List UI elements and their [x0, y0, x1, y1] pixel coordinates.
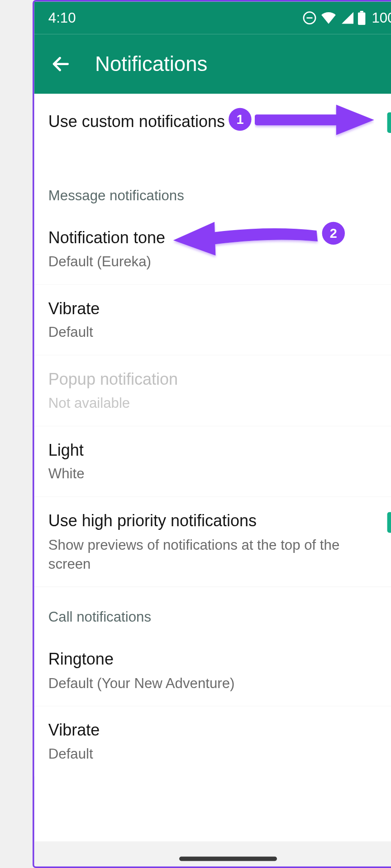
row-light[interactable]: Light White — [34, 426, 391, 497]
row-subtitle: Default (Your New Adventure) — [48, 674, 391, 693]
row-title: Vibrate — [48, 719, 391, 741]
row-use-custom-notifications[interactable]: Use custom notifications — [34, 94, 391, 165]
back-button[interactable] — [47, 51, 74, 78]
status-time: 4:10 — [48, 9, 76, 26]
nav-bar-area — [34, 841, 391, 866]
section-call-notifications: Call notifications — [34, 587, 391, 635]
row-notification-tone[interactable]: Notification tone Default (Eureka) — [34, 214, 391, 285]
row-title: Use high priority notifications — [48, 510, 377, 532]
svg-rect-2 — [358, 13, 365, 25]
use-custom-notifications-checkbox[interactable] — [387, 112, 391, 133]
arrow-left-icon — [51, 54, 72, 75]
app-bar: Notifications — [34, 34, 391, 94]
row-popup-notification: Popup notification Not available — [34, 355, 391, 426]
row-high-priority[interactable]: Use high priority notifications Show pre… — [34, 497, 391, 587]
gesture-nav-handle[interactable] — [179, 857, 277, 861]
device-frame: 4:10 100% Notifications — [33, 0, 391, 868]
battery-icon — [358, 11, 365, 25]
row-subtitle: Not available — [48, 394, 391, 413]
high-priority-checkbox[interactable] — [387, 512, 391, 533]
section-message-notifications: Message notifications — [34, 165, 391, 214]
row-title: Notification tone — [48, 227, 391, 249]
row-ringtone[interactable]: Ringtone Default (Your New Adventure) — [34, 635, 391, 706]
row-subtitle: Default — [48, 323, 391, 342]
signal-icon — [340, 12, 353, 24]
row-subtitle: White — [48, 465, 391, 484]
row-call-vibrate[interactable]: Vibrate Default — [34, 706, 391, 777]
battery-percent: 100% — [372, 9, 391, 26]
row-title: Ringtone — [48, 648, 391, 670]
page-title: Notifications — [95, 52, 384, 76]
row-title: Use custom notifications — [48, 111, 377, 133]
status-bar: 4:10 100% — [34, 2, 391, 34]
row-title: Popup notification — [48, 368, 391, 391]
wifi-icon — [321, 12, 336, 24]
dnd-icon — [302, 11, 316, 25]
svg-rect-3 — [360, 11, 363, 13]
status-right: 100% — [302, 9, 391, 26]
settings-list: Use custom notifications Message notific… — [34, 94, 391, 777]
row-subtitle: Default (Eureka) — [48, 252, 391, 271]
row-subtitle: Show previews of notifications at the to… — [48, 535, 377, 573]
row-subtitle: Default — [48, 745, 391, 764]
overflow-menu-button[interactable] — [384, 51, 391, 78]
row-vibrate[interactable]: Vibrate Default — [34, 285, 391, 356]
row-title: Light — [48, 439, 391, 462]
row-title: Vibrate — [48, 297, 391, 320]
